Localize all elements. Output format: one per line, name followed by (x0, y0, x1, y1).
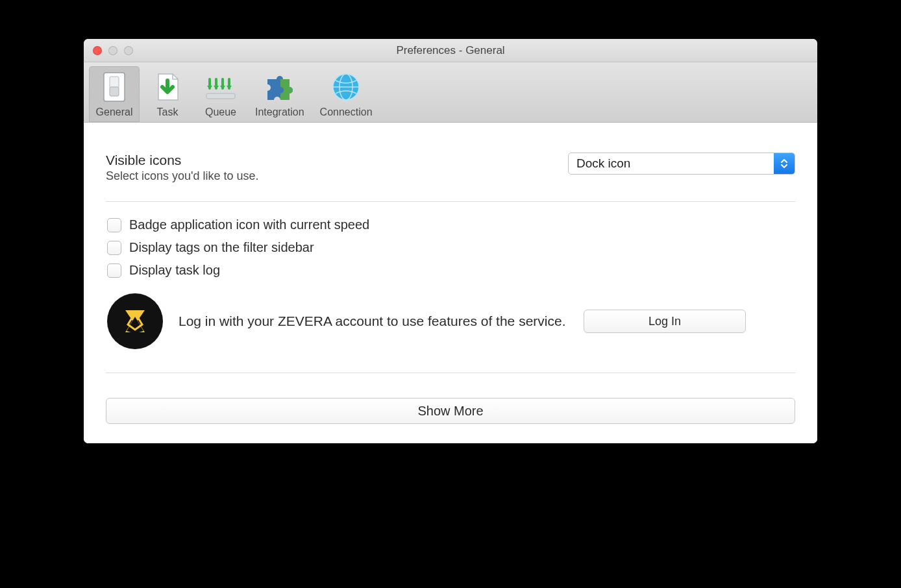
option-badge-speed[interactable]: Badge application icon with current spee… (106, 214, 795, 236)
traffic-lights (84, 46, 133, 55)
switch-icon (96, 69, 132, 105)
toolbar: General Task (84, 62, 817, 123)
login-button[interactable]: Log In (584, 310, 746, 333)
divider (106, 201, 795, 202)
visible-icons-text: Visible icons Select icons you'd like to… (106, 153, 259, 183)
account-row: Log in with your ZEVERA account to use f… (106, 282, 795, 361)
tab-label: General (96, 106, 133, 118)
tab-label: Task (157, 106, 179, 118)
divider (106, 373, 795, 373)
select-value: Dock icon (569, 153, 774, 174)
zoom-button[interactable] (124, 46, 133, 55)
checkbox[interactable] (107, 263, 121, 278)
tab-integration[interactable]: Integration (249, 66, 311, 122)
tab-label: Queue (205, 106, 236, 118)
checkbox-label: Display tags on the filter sidebar (129, 240, 314, 255)
chevron-updown-icon (774, 153, 795, 174)
close-button[interactable] (93, 46, 102, 55)
window-title: Preferences - General (84, 44, 817, 57)
tab-label: Connection (320, 106, 373, 118)
download-file-icon (149, 69, 186, 105)
svg-rect-2 (110, 87, 119, 96)
globe-icon (328, 69, 364, 105)
option-display-tags[interactable]: Display tags on the filter sidebar (106, 236, 795, 259)
content-area: Visible icons Select icons you'd like to… (84, 123, 817, 443)
titlebar: Preferences - General (84, 39, 817, 62)
visible-icons-title: Visible icons (106, 153, 259, 168)
zevera-logo-icon (107, 293, 163, 349)
visible-icons-select[interactable]: Dock icon (568, 153, 795, 175)
preferences-window: Preferences - General General Task (84, 39, 817, 443)
checkbox-label: Display task log (129, 263, 220, 278)
show-more-button[interactable]: Show More (106, 398, 795, 424)
checkbox[interactable] (107, 241, 121, 255)
visible-icons-row: Visible icons Select icons you'd like to… (106, 153, 795, 183)
checkbox[interactable] (107, 218, 121, 232)
minimize-button[interactable] (108, 46, 117, 55)
tab-task[interactable]: Task (142, 66, 193, 122)
option-display-log[interactable]: Display task log (106, 259, 795, 282)
visible-icons-subtitle: Select icons you'd like to use. (106, 169, 259, 183)
tab-label: Integration (255, 106, 304, 118)
tab-general[interactable]: General (89, 66, 140, 122)
queue-icon (203, 69, 239, 105)
svg-rect-3 (206, 93, 235, 99)
svg-rect-1 (110, 77, 119, 88)
tab-connection[interactable]: Connection (314, 66, 379, 122)
tab-queue[interactable]: Queue (195, 66, 246, 122)
puzzle-icon (262, 69, 298, 105)
checkbox-label: Badge application icon with current spee… (129, 217, 369, 232)
account-text: Log in with your ZEVERA account to use f… (179, 312, 568, 330)
